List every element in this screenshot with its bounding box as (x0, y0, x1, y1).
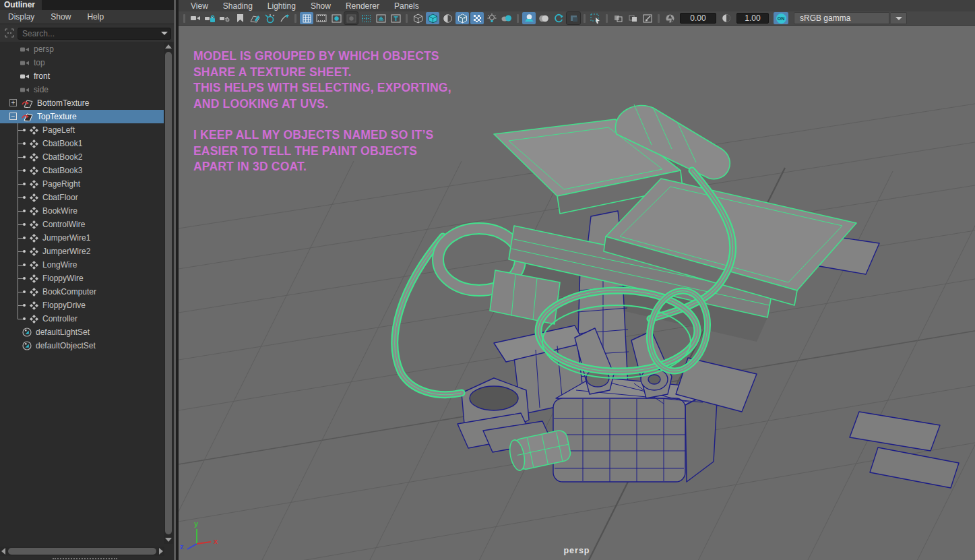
contrast-icon[interactable] (720, 12, 733, 24)
outliner-item-side[interactable]: side (0, 83, 164, 96)
view-transform-dropdown[interactable]: sRGB gamma (794, 12, 889, 24)
search-box (18, 27, 171, 39)
draw-2d-button[interactable] (278, 12, 291, 24)
camera-lock-button[interactable] (203, 12, 217, 24)
menu-help[interactable]: Help (79, 10, 112, 24)
toolbar-grip[interactable] (584, 14, 586, 23)
menu-view[interactable]: View (183, 1, 216, 11)
outliner-item-cbatbook2[interactable]: CbatBook2 (0, 150, 164, 164)
exposure-field[interactable]: 0.00 (680, 13, 716, 24)
outliner-item-persp[interactable]: persp (0, 42, 164, 56)
safe-title-button[interactable] (389, 12, 402, 24)
camera-button[interactable] (189, 12, 202, 24)
filter-icon[interactable] (4, 28, 15, 38)
viewport-canvas[interactable]: y x z MODEL IS GROUPED BY WHICH OBJECTS … (179, 26, 975, 560)
outliner-item-jumperwire2[interactable]: JumperWire2 (0, 245, 164, 258)
item-label: ControlWire (42, 220, 85, 229)
motion-blur-button[interactable] (552, 12, 565, 24)
menu-shading[interactable]: Shading (216, 1, 260, 11)
image-plane-button[interactable] (248, 12, 261, 24)
outliner-item-controller[interactable]: Controller (0, 312, 164, 325)
outliner-item-defaultobjectset[interactable]: defaultObjectSet (0, 339, 164, 352)
toolbar-grip[interactable] (406, 14, 408, 23)
panel-drag-handle[interactable] (53, 558, 117, 559)
outliner-item-bottomtexture[interactable]: + BottomTexture (0, 96, 164, 110)
isolate-arrow-button[interactable] (641, 12, 654, 24)
menu-panels[interactable]: Panels (387, 1, 427, 11)
selection-highlight-button[interactable] (589, 12, 602, 24)
outliner-item-pageright[interactable]: PageRight (0, 177, 164, 191)
outliner-item-controlwire[interactable]: ControlWire (0, 218, 164, 231)
scroll-left-icon[interactable] (1, 548, 5, 555)
vertical-scroll-thumb[interactable] (165, 52, 172, 534)
menu-lighting[interactable]: Lighting (260, 1, 303, 11)
shaded-cube-button[interactable] (426, 12, 439, 24)
search-input[interactable] (18, 28, 171, 40)
bookmark-button[interactable] (233, 12, 247, 24)
outliner-item-longwire[interactable]: LongWire (0, 258, 164, 272)
multisample-button[interactable] (567, 12, 580, 24)
outliner-item-cbatbook1[interactable]: CbatBook1 (0, 137, 164, 150)
gate-mask-button[interactable] (344, 12, 358, 24)
collapse-icon[interactable]: − (9, 113, 17, 120)
scroll-up-icon[interactable] (165, 44, 172, 49)
material-sphere-button[interactable] (441, 12, 454, 24)
outliner-item-front[interactable]: front (0, 69, 164, 83)
item-label: CbatBook1 (42, 139, 82, 148)
outliner-item-top[interactable]: top (0, 56, 164, 69)
panel-splitter[interactable] (174, 0, 179, 560)
expand-icon[interactable]: + (9, 99, 17, 106)
outliner-item-bookwire[interactable]: BookWire (0, 204, 164, 218)
checker-cube-button[interactable] (470, 12, 484, 24)
film-gate-button[interactable] (315, 12, 328, 24)
toolbar-grip[interactable] (517, 14, 519, 23)
item-label: LongWire (42, 260, 77, 270)
outliner-item-cbatfloor[interactable]: CbatFloor (0, 191, 164, 204)
lights-button[interactable] (485, 12, 499, 24)
outliner-tabstrip: Outliner (0, 0, 174, 10)
outliner-item-bookcomputer[interactable]: BookComputer (0, 285, 164, 299)
default-material-button[interactable] (500, 12, 513, 24)
search-dropdown-icon[interactable] (161, 32, 168, 35)
menu-display[interactable]: Display (0, 10, 42, 24)
ambient-occlusion-button[interactable] (537, 12, 551, 24)
menu-show[interactable]: Show (42, 10, 79, 24)
camera-gear-button[interactable] (218, 12, 232, 24)
field-chart-button[interactable] (359, 12, 373, 24)
grid-toggle-button[interactable] (300, 12, 313, 24)
outliner-item-floppydrive[interactable]: FloppyDrive (0, 299, 164, 312)
scroll-right-icon[interactable] (159, 548, 163, 555)
exposure-icon[interactable] (663, 12, 677, 24)
menu-show[interactable]: Show (303, 1, 338, 11)
outliner-item-toptexture[interactable]: − TopTexture (0, 110, 164, 123)
isolate-b-button[interactable] (626, 12, 639, 24)
toolbar-grip[interactable] (606, 14, 608, 23)
gamma-field[interactable]: 1.00 (736, 13, 769, 24)
toolbar-grip[interactable] (658, 14, 660, 23)
outliner-tab[interactable]: Outliner (0, 0, 42, 10)
outliner-item-jumperwire1[interactable]: JumperWire1 (0, 231, 164, 245)
outliner-item-defaultlightset[interactable]: defaultLightSet (0, 325, 164, 339)
view-transform-dropdown-arrow[interactable] (891, 12, 907, 24)
horizontal-scroll-thumb[interactable] (8, 548, 156, 555)
outliner-item-floppywire[interactable]: FloppyWire (0, 272, 164, 285)
vertical-scrollbar[interactable] (164, 42, 173, 544)
shadows-button[interactable] (522, 12, 536, 24)
color-management-toggle[interactable]: ON (774, 12, 788, 24)
horizontal-scrollbar[interactable] (0, 547, 164, 556)
toolbar-grip[interactable] (294, 14, 296, 23)
textured-cube-button[interactable] (455, 12, 469, 24)
outliner-item-pageleft[interactable]: PageLeft (0, 123, 164, 137)
scroll-down-icon[interactable] (165, 538, 172, 542)
menu-renderer[interactable]: Renderer (338, 1, 387, 11)
safe-action-button[interactable] (374, 12, 387, 24)
resolution-gate-button[interactable] (329, 12, 343, 24)
wireframe-cube-button[interactable] (411, 12, 424, 24)
outliner-item-cbatbook3[interactable]: CbatBook3 (0, 164, 164, 177)
isolate-a-button[interactable] (611, 12, 625, 24)
mesh-icon (30, 193, 38, 202)
axis-x-label: x (214, 537, 218, 545)
toolbar-grip[interactable] (183, 14, 185, 23)
mesh-icon (30, 261, 38, 270)
pan-zoom-button[interactable] (263, 12, 276, 24)
